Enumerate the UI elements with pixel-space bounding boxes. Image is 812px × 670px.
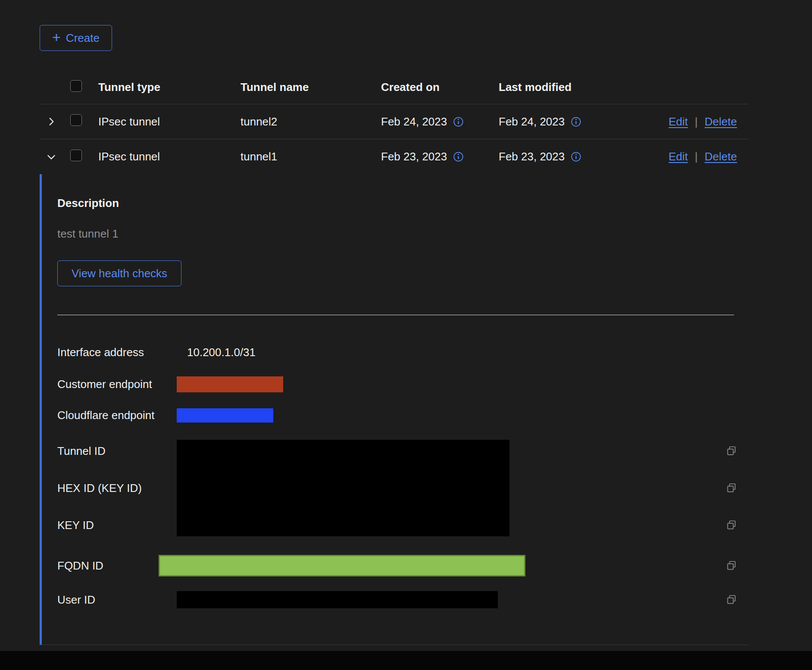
created-on-cell: Feb 24, 2023 <box>381 115 499 128</box>
tunnel-type-cell: IPsec tunnel <box>98 150 240 163</box>
table-row: IPsec tunnel tunnel1 Feb 23, 2023 Feb 23… <box>40 139 748 174</box>
info-icon[interactable] <box>453 116 464 127</box>
id-labels: Tunnel ID HEX ID (KEY ID) KEY ID <box>57 432 177 544</box>
user-id-label: User ID <box>57 593 177 607</box>
row-actions: Edit | Delete <box>668 150 748 163</box>
expanded-tunnel-panel: Description test tunnel 1 View health ch… <box>40 174 748 645</box>
user-id-redacted-value <box>177 591 498 608</box>
fqdn-id-redacted-value <box>159 555 525 576</box>
tunnel-type-cell: IPsec tunnel <box>98 115 240 128</box>
row-expander-cell <box>40 150 70 164</box>
hex-id-label: HEX ID (KEY ID) <box>57 470 177 507</box>
fqdn-id-row: FQDN ID <box>57 552 748 579</box>
col-last-modified: Last modified <box>499 81 625 94</box>
col-tunnel-name: Tunnel name <box>240 81 381 94</box>
tunnel-name-cell: tunnel2 <box>240 115 381 128</box>
edit-link[interactable]: Edit <box>668 115 688 128</box>
interface-address-row: Interface address 10.200.1.0/31 <box>57 343 748 362</box>
info-icon[interactable] <box>571 151 581 162</box>
delete-link[interactable]: Delete <box>705 150 737 163</box>
table-header: Tunnel type Tunnel name Created on Last … <box>40 71 748 104</box>
copy-icon[interactable] <box>726 594 737 605</box>
row-checkbox-cell <box>70 114 98 129</box>
cloudflare-endpoint-redacted-value <box>177 408 273 423</box>
page-content: + Create Tunnel type Tunnel name Created… <box>40 0 748 645</box>
cloudflare-endpoint-label: Cloudflare endpoint <box>57 409 177 422</box>
tunnel-id-label: Tunnel ID <box>57 432 177 470</box>
copy-icon[interactable] <box>726 560 737 571</box>
row-checkbox[interactable] <box>70 114 82 126</box>
row-expander-cell <box>40 114 70 129</box>
description-label: Description <box>57 197 748 210</box>
row-checkbox[interactable] <box>70 150 82 161</box>
select-all-checkbox[interactable] <box>70 80 82 92</box>
create-button-label: Create <box>66 31 100 45</box>
delete-link[interactable]: Delete <box>705 115 737 128</box>
col-created-on: Created on <box>381 81 499 94</box>
tunnel-name-cell: tunnel1 <box>240 150 381 163</box>
row-actions: Edit | Delete <box>668 115 748 128</box>
id-redacted-values <box>177 440 509 536</box>
last-modified-cell: Feb 24, 2023 <box>499 115 625 128</box>
info-icon[interactable] <box>571 116 581 127</box>
description-value: test tunnel 1 <box>57 227 748 241</box>
actions-separator: | <box>695 150 698 163</box>
create-button[interactable]: + Create <box>40 25 112 51</box>
view-health-checks-button[interactable]: View health checks <box>57 260 181 286</box>
tunnels-table: Tunnel type Tunnel name Created on Last … <box>40 71 748 645</box>
header-checkbox-cell <box>70 80 98 95</box>
table-row: IPsec tunnel tunnel2 Feb 24, 2023 Feb 24… <box>40 104 748 139</box>
row-checkbox-cell <box>70 150 98 164</box>
customer-endpoint-row: Customer endpoint <box>57 375 748 394</box>
edit-link[interactable]: Edit <box>668 150 688 163</box>
created-on-value: Feb 23, 2023 <box>381 150 447 163</box>
copy-icon[interactable] <box>726 445 737 457</box>
last-modified-value: Feb 24, 2023 <box>499 115 565 128</box>
copy-icon[interactable] <box>726 482 737 494</box>
chevron-down-icon[interactable] <box>44 150 59 164</box>
plus-icon: + <box>52 30 61 44</box>
tunnel-details: Interface address 10.200.1.0/31 Customer… <box>57 343 748 610</box>
id-copy-icons <box>726 432 748 544</box>
cloudflare-endpoint-row: Cloudflare endpoint <box>57 406 748 425</box>
id-fields-block: Tunnel ID HEX ID (KEY ID) KEY ID <box>57 432 748 544</box>
created-on-cell: Feb 23, 2023 <box>381 150 499 163</box>
actions-separator: | <box>695 115 698 128</box>
customer-endpoint-redacted-value <box>177 376 283 392</box>
interface-address-label: Interface address <box>57 346 177 359</box>
bottom-strip <box>0 651 812 670</box>
user-id-row: User ID <box>57 589 748 610</box>
chevron-right-icon[interactable] <box>44 114 59 129</box>
key-id-label: KEY ID <box>57 507 177 544</box>
created-on-value: Feb 24, 2023 <box>381 115 447 128</box>
col-tunnel-type: Tunnel type <box>98 81 240 94</box>
section-divider <box>57 315 734 315</box>
customer-endpoint-label: Customer endpoint <box>57 378 177 391</box>
last-modified-value: Feb 23, 2023 <box>499 150 565 163</box>
interface-address-value: 10.200.1.0/31 <box>187 346 256 359</box>
copy-icon[interactable] <box>726 520 737 531</box>
last-modified-cell: Feb 23, 2023 <box>499 150 625 163</box>
info-icon[interactable] <box>453 151 464 162</box>
